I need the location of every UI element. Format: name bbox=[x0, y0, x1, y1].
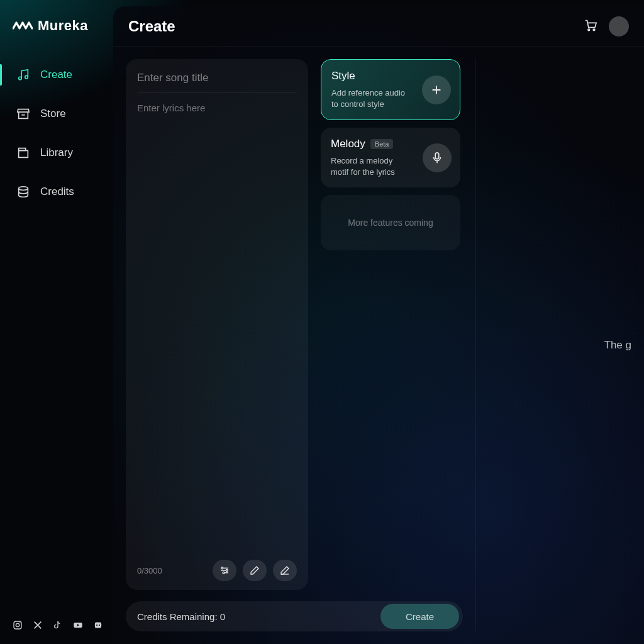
svg-point-9 bbox=[588, 28, 590, 30]
svg-point-2 bbox=[19, 187, 28, 191]
sidebar: Mureka Create Store Library Credits bbox=[0, 0, 113, 644]
plus-icon bbox=[430, 83, 443, 97]
style-add-button[interactable] bbox=[422, 75, 451, 104]
svg-point-4 bbox=[16, 623, 19, 626]
page-title: Create bbox=[128, 18, 175, 35]
pencil-line-icon bbox=[279, 565, 291, 576]
svg-point-5 bbox=[19, 623, 21, 624]
store-icon bbox=[16, 107, 30, 121]
social-links bbox=[13, 620, 103, 630]
preview-panel: The g bbox=[475, 59, 631, 631]
avatar-button[interactable] bbox=[609, 16, 629, 36]
cart-button[interactable] bbox=[584, 18, 597, 35]
style-card[interactable]: Style Add reference audio to control sty… bbox=[321, 59, 460, 120]
svg-point-1 bbox=[25, 75, 28, 79]
lyrics-textarea[interactable] bbox=[137, 101, 297, 553]
svg-point-12 bbox=[221, 567, 223, 569]
sidebar-item-label: Library bbox=[40, 147, 73, 159]
topbar: Create bbox=[113, 6, 644, 47]
style-card-desc: Add reference audio to control style bbox=[331, 87, 413, 109]
discord-icon[interactable] bbox=[93, 620, 103, 630]
svg-point-8 bbox=[99, 625, 100, 626]
brand-logo[interactable]: Mureka bbox=[0, 13, 113, 52]
x-icon[interactable] bbox=[33, 620, 43, 630]
sidebar-item-label: Credits bbox=[40, 186, 74, 198]
main-panel: Create 0/3000 bbox=[113, 6, 644, 644]
svg-point-0 bbox=[19, 77, 22, 80]
bottom-bar: Credits Remaining: 0 Create bbox=[126, 601, 463, 631]
sidebar-item-label: Store bbox=[40, 108, 66, 120]
music-note-icon bbox=[16, 68, 30, 82]
user-icon bbox=[613, 21, 625, 32]
create-button-label: Create bbox=[406, 611, 434, 622]
credits-remaining: Credits Remaining: 0 bbox=[137, 611, 225, 622]
char-count: 0/3000 bbox=[137, 566, 162, 575]
melody-record-button[interactable] bbox=[423, 143, 452, 172]
svg-point-13 bbox=[226, 570, 228, 572]
sliders-icon bbox=[219, 565, 230, 576]
sidebar-item-credits[interactable]: Credits bbox=[0, 181, 113, 203]
youtube-icon[interactable] bbox=[73, 620, 83, 630]
microphone-icon bbox=[430, 151, 444, 165]
tool-button-2[interactable] bbox=[243, 560, 267, 581]
svg-point-11 bbox=[617, 23, 621, 26]
song-title-input[interactable] bbox=[137, 70, 297, 92]
sidebar-nav: Create Store Library Credits bbox=[0, 52, 113, 203]
lyrics-panel: 0/3000 bbox=[126, 59, 308, 590]
svg-rect-15 bbox=[435, 152, 439, 158]
svg-point-7 bbox=[96, 625, 97, 626]
sidebar-item-label: Create bbox=[40, 69, 72, 81]
tiktok-icon[interactable] bbox=[53, 620, 63, 630]
beta-badge: Beta bbox=[370, 139, 394, 149]
pencil-icon bbox=[249, 565, 260, 576]
melody-card[interactable]: Melody Beta Record a melody motif for th… bbox=[321, 128, 460, 187]
cart-icon bbox=[584, 18, 597, 32]
tool-button-3[interactable] bbox=[273, 560, 297, 581]
melody-card-title: Melody bbox=[331, 138, 365, 150]
library-icon bbox=[16, 146, 30, 160]
tool-button-1[interactable] bbox=[213, 560, 236, 581]
sidebar-item-store[interactable]: Store bbox=[0, 103, 113, 125]
create-button[interactable]: Create bbox=[380, 604, 459, 629]
more-features-text: More features coming bbox=[348, 218, 433, 228]
preview-text: The g bbox=[567, 339, 631, 352]
brand-name: Mureka bbox=[38, 18, 88, 34]
more-features-card: More features coming bbox=[321, 195, 460, 250]
svg-point-10 bbox=[593, 28, 595, 30]
brand-mark-icon bbox=[13, 20, 33, 31]
credits-icon bbox=[16, 185, 30, 199]
svg-point-14 bbox=[223, 572, 225, 574]
sidebar-item-create[interactable]: Create bbox=[0, 64, 113, 86]
instagram-icon[interactable] bbox=[13, 620, 23, 630]
sidebar-item-library[interactable]: Library bbox=[0, 142, 113, 164]
melody-card-desc: Record a melody motif for the lyrics bbox=[331, 155, 413, 177]
